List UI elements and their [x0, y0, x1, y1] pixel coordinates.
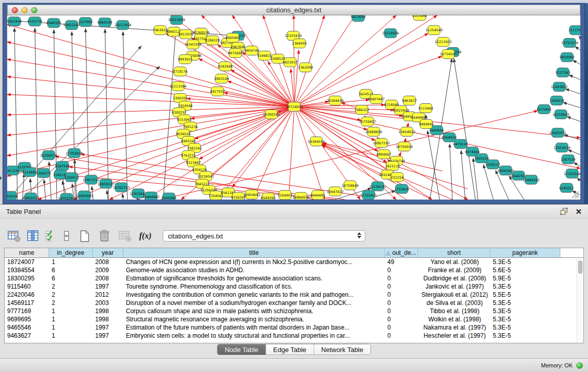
cell-name[interactable]: 9699695 — [5, 316, 49, 323]
citation-edge-black[interactable] — [484, 165, 493, 200]
network-node[interactable]: 10995063 — [76, 191, 93, 200]
network-node[interactable]: 8215493 — [537, 105, 552, 114]
citation-edge-black[interactable] — [44, 180, 46, 200]
cell-in-degree[interactable]: 2 — [49, 283, 93, 290]
network-node[interactable]: 8649495 — [311, 190, 325, 200]
network-node[interactable]: 15692971 — [549, 128, 566, 137]
network-node[interactable]: 8549392 — [261, 193, 276, 200]
cell-short[interactable]: Dudbridge et al. (2008) — [418, 275, 490, 282]
cell-year[interactable]: 1997 — [93, 332, 123, 339]
citation-edge-black[interactable] — [473, 158, 478, 200]
column-header-short[interactable]: short — [418, 248, 490, 257]
citation-edge-red[interactable] — [7, 107, 294, 177]
cell-short[interactable]: Nakamura et al. (1997) — [418, 324, 490, 331]
network-node[interactable]: 9259127 — [486, 160, 500, 169]
table-row[interactable]: 1456911722003Disruption of a novel membe… — [5, 299, 583, 307]
cell-name[interactable]: 9777169 — [5, 308, 49, 315]
table-settings-icon[interactable] — [7, 229, 21, 243]
citation-edge-red[interactable] — [7, 59, 294, 107]
cell-name[interactable]: 9465546 — [5, 324, 49, 331]
delete-table-icon[interactable] — [118, 229, 132, 243]
cell-out-de-[interactable]: 49 — [385, 258, 418, 266]
cell-name[interactable]: 9115460 — [5, 283, 49, 290]
network-node[interactable]: 8958924 — [442, 133, 457, 142]
network-node[interactable]: 1733426 — [395, 184, 409, 193]
network-node[interactable]: 16782753 — [113, 183, 129, 192]
resize-grip-icon[interactable] — [577, 196, 579, 198]
network-node[interactable]: 9884067 — [377, 149, 391, 159]
network-node[interactable]: 13654923 — [398, 127, 415, 136]
cell-pagerank[interactable]: 5.3E-5 — [490, 299, 560, 307]
scrollbar-thumb[interactable] — [578, 260, 582, 274]
network-node[interactable]: 20206576 — [40, 150, 57, 160]
cell-title[interactable]: Changes of HCN gene expression and I(f) … — [123, 258, 385, 266]
network-node[interactable]: 8912935 — [179, 30, 193, 39]
cell-in-degree[interactable]: 6 — [49, 275, 93, 282]
cell-title[interactable]: Embryonic stem cells: a model to study s… — [123, 332, 385, 339]
citation-edge-black[interactable] — [49, 162, 51, 200]
network-node[interactable]: 7963822 — [153, 26, 168, 35]
new-column-icon[interactable] — [78, 229, 91, 243]
cell-short[interactable]: de Silva et al. (2003) — [418, 299, 490, 307]
network-graph[interactable]: 1872400716619348125774904630510653287152… — [7, 15, 580, 200]
cell-out-de-[interactable]: 0 — [385, 324, 418, 331]
cell-title[interactable]: Estimation of significance thresholds fo… — [123, 275, 385, 282]
table-row[interactable]: 1938455462009Genome-wide association stu… — [5, 266, 583, 274]
network-node[interactable]: 2718176 — [173, 67, 188, 76]
cell-name[interactable]: 14569117 — [5, 299, 49, 307]
cell-year[interactable]: 2008 — [93, 275, 123, 282]
network-node[interactable]: 19751074 — [561, 38, 578, 48]
network-node[interactable]: 6822037 — [283, 58, 298, 67]
table-row[interactable]: 911546021997Tourette syndrome. Phenomeno… — [5, 282, 583, 291]
network-node[interactable]: 19756928 — [396, 142, 412, 151]
citation-edge-black[interactable] — [123, 32, 127, 200]
network-node[interactable]: 12213923 — [434, 37, 451, 47]
cell-pagerank[interactable]: 5.3E-5 — [490, 332, 560, 339]
network-node[interactable]: 8605462 — [226, 33, 241, 42]
network-node[interactable]: 16033809 — [168, 15, 185, 25]
cell-short[interactable]: Stergiakouli et al. (2012) — [418, 291, 490, 298]
cell-in-degree[interactable]: 2 — [49, 291, 93, 298]
cell-short[interactable]: Yano et al. (2008) — [418, 258, 490, 266]
network-node[interactable]: 17016534 — [553, 143, 570, 152]
network-node[interactable]: 18300295 — [263, 110, 279, 119]
cell-year[interactable]: 2008 — [93, 258, 123, 266]
delete-column-icon[interactable] — [98, 229, 111, 243]
network-node[interactable]: 16543382 — [184, 40, 201, 49]
network-window[interactable]: citations_edges.txt 18724007166193481257… — [3, 3, 585, 204]
cell-name[interactable]: 19384554 — [5, 267, 49, 274]
network-node[interactable]: 1364093 — [292, 39, 307, 48]
panel-expand-arrow-icon[interactable] — [0, 176, 2, 180]
citation-edge-black[interactable] — [122, 194, 123, 200]
citation-edge-red[interactable] — [7, 95, 294, 107]
network-node[interactable]: 10688609 — [365, 127, 382, 136]
citation-edge-black[interactable] — [565, 89, 580, 94]
network-node[interactable]: 8103064 — [412, 15, 427, 20]
network-node[interactable]: 1615132 — [385, 161, 400, 170]
network-node[interactable]: 8427552 — [210, 87, 225, 96]
cell-pagerank[interactable]: 5.3E-5 — [490, 308, 560, 315]
citation-edge-black[interactable] — [454, 59, 475, 200]
table-row[interactable]: 946554611997Estimation of the future num… — [5, 323, 583, 332]
network-node[interactable]: 19218506 — [382, 29, 399, 38]
cell-title[interactable]: Tourette syndrome. Phenomenology and cla… — [123, 283, 385, 290]
network-node[interactable]: 1527902 — [78, 17, 93, 27]
cell-out-de-[interactable]: 0 — [385, 267, 418, 274]
citation-edge-black[interactable] — [105, 29, 108, 200]
network-node[interactable]: 7204907 — [278, 190, 293, 200]
network-node[interactable]: 10650332 — [22, 193, 39, 200]
cell-in-degree[interactable]: 1 — [49, 316, 93, 323]
network-node[interactable]: 10647427 — [326, 187, 343, 196]
network-node[interactable]: 6479197 — [453, 139, 468, 148]
cell-in-degree[interactable]: 1 — [49, 308, 93, 315]
cell-out-de-[interactable]: 0 — [385, 275, 418, 282]
network-node[interactable]: 9893021 — [178, 55, 193, 64]
table-row[interactable]: 2242004622012Investigating the contribut… — [5, 291, 583, 299]
cell-pagerank[interactable]: 5.3E-5 — [490, 258, 560, 266]
citation-edge-black[interactable] — [567, 117, 580, 121]
cell-title[interactable]: Estimation of the future numbers of pati… — [123, 324, 385, 331]
cell-year[interactable]: 1998 — [93, 316, 123, 323]
network-node[interactable]: 7986322 — [355, 105, 369, 115]
citation-edge-black[interactable] — [575, 47, 580, 50]
citation-edge-black[interactable] — [577, 178, 580, 181]
